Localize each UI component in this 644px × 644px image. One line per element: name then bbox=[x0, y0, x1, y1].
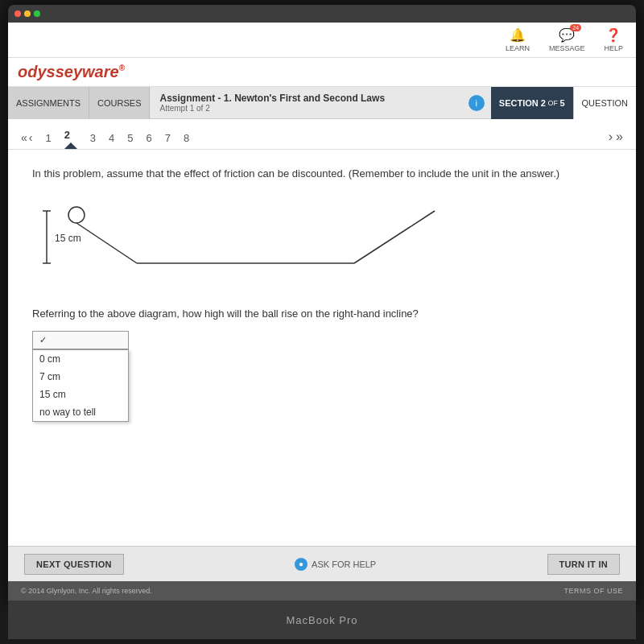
question-label: QUESTION bbox=[573, 87, 636, 119]
macbook-bottom: MacBook Pro bbox=[8, 601, 636, 639]
browser-bar bbox=[8, 5, 636, 23]
close-dot[interactable] bbox=[14, 10, 21, 17]
question-nav: « ‹ 1 2 3 4 5 6 7 8 › » bbox=[8, 119, 636, 150]
double-prev-arrow[interactable]: « bbox=[21, 131, 27, 144]
brand-reg: ® bbox=[119, 64, 125, 72]
ask-help-label: ASK FOR HELP bbox=[312, 559, 376, 569]
diagram-area: 15 cm bbox=[32, 195, 612, 295]
dropdown-container[interactable]: ✓ 0 cm 7 cm 15 cm no way to tell bbox=[32, 331, 129, 349]
svg-line-6 bbox=[354, 211, 435, 263]
assignment-info: Assignment - 1. Newton's First and Secon… bbox=[150, 93, 468, 113]
q-num-6[interactable]: 6 bbox=[146, 132, 151, 149]
nav-arrows-left: « ‹ bbox=[21, 131, 32, 149]
macbook-label: MacBook Pro bbox=[286, 614, 357, 626]
assignment-attempt: Attempt 1 of 2 bbox=[159, 104, 458, 113]
option-0cm[interactable]: 0 cm bbox=[33, 350, 128, 368]
brand-name: odysseyware® bbox=[18, 63, 125, 81]
minimize-dot[interactable] bbox=[24, 10, 31, 17]
message-label: MESSAGE bbox=[549, 44, 585, 52]
next-arrow[interactable]: › bbox=[609, 130, 613, 144]
double-next-arrow[interactable]: » bbox=[616, 130, 623, 144]
svg-text:15 cm: 15 cm bbox=[55, 233, 81, 244]
brand-text: odysseyware bbox=[18, 63, 119, 80]
terms-of-use[interactable]: TERMS OF USE bbox=[564, 587, 623, 595]
dropdown-menu: 0 cm 7 cm 15 cm no way to tell bbox=[32, 349, 129, 422]
footer: © 2014 Glynlyon, Inc. All rights reserve… bbox=[8, 581, 636, 601]
help-icon: ❓ bbox=[605, 28, 621, 42]
learn-label: LEARN bbox=[506, 44, 530, 52]
question-body: Referring to the above diagram, how high… bbox=[32, 308, 612, 320]
help-nav-item[interactable]: ❓ HELP bbox=[604, 27, 623, 52]
q-num-1[interactable]: 1 bbox=[45, 132, 51, 149]
browser-dots bbox=[14, 10, 40, 17]
option-7cm[interactable]: 7 cm bbox=[33, 368, 128, 386]
next-question-button[interactable]: NEXT QUESTION bbox=[24, 554, 124, 575]
q-num-3[interactable]: 3 bbox=[90, 132, 96, 149]
svg-line-4 bbox=[76, 223, 137, 263]
nav-arrows-right: › » bbox=[609, 130, 623, 149]
answer-dropdown[interactable]: ✓ bbox=[32, 331, 129, 349]
incline-diagram: 15 cm bbox=[32, 195, 451, 291]
maximize-dot[interactable] bbox=[34, 10, 40, 17]
q-num-7[interactable]: 7 bbox=[165, 132, 171, 149]
section-badge: SECTION 2 OF 5 bbox=[491, 87, 573, 119]
top-nav: 🔔 LEARN 💬 24 MESSAGE ❓ HELP bbox=[8, 23, 636, 58]
section-label: SECTION 2 bbox=[499, 98, 546, 108]
learn-icon-area: 🔔 bbox=[510, 27, 526, 43]
assignment-title: Assignment - 1. Newton's First and Secon… bbox=[159, 93, 458, 104]
option-15cm[interactable]: 15 cm bbox=[33, 386, 128, 403]
action-bar: NEXT QUESTION ● ASK FOR HELP TURN IT IN bbox=[8, 546, 636, 581]
sub-header: ASSIGNMENTS COURSES Assignment - 1. Newt… bbox=[8, 87, 636, 119]
courses-button[interactable]: COURSES bbox=[89, 87, 150, 119]
message-nav-item[interactable]: 💬 24 MESSAGE bbox=[549, 27, 585, 52]
info-button[interactable]: i bbox=[469, 95, 485, 111]
copyright-text: © 2014 Glynlyon, Inc. All rights reserve… bbox=[21, 587, 152, 595]
message-badge: 24 bbox=[570, 24, 581, 31]
main-content: In this problem, assume that the effect … bbox=[8, 150, 636, 546]
prev-arrow[interactable]: ‹ bbox=[29, 131, 33, 144]
q-num-4[interactable]: 4 bbox=[109, 132, 114, 149]
learn-nav-item[interactable]: 🔔 LEARN bbox=[506, 27, 530, 52]
checkmark-icon: ✓ bbox=[39, 335, 47, 345]
assignments-button[interactable]: ASSIGNMENTS bbox=[8, 87, 89, 119]
question-numbers: 1 2 3 4 5 6 7 8 bbox=[45, 129, 605, 149]
learn-icon: 🔔 bbox=[510, 28, 526, 42]
turn-it-in-button[interactable]: TURN IT IN bbox=[547, 554, 620, 575]
section-total: 5 bbox=[559, 98, 564, 108]
ask-for-help-button[interactable]: ● ASK FOR HELP bbox=[295, 558, 376, 571]
svg-point-3 bbox=[68, 207, 85, 223]
q-num-8[interactable]: 8 bbox=[184, 132, 189, 149]
question-text: In this problem, assume that the effect … bbox=[32, 166, 612, 182]
ask-help-icon: ● bbox=[295, 558, 308, 571]
message-icon-area: 💬 24 bbox=[559, 27, 575, 43]
q-num-2[interactable]: 2 bbox=[64, 129, 77, 149]
brand-bar: odysseyware® bbox=[8, 58, 636, 87]
help-label: HELP bbox=[604, 44, 623, 52]
option-no-way[interactable]: no way to tell bbox=[33, 403, 128, 421]
help-icon-area: ❓ bbox=[605, 27, 621, 43]
macbook-screen: 🔔 LEARN 💬 24 MESSAGE ❓ HELP odyss bbox=[8, 5, 636, 601]
section-of: OF bbox=[546, 99, 560, 107]
q-num-5[interactable]: 5 bbox=[127, 132, 133, 149]
app-content: 🔔 LEARN 💬 24 MESSAGE ❓ HELP odyss bbox=[8, 23, 636, 601]
